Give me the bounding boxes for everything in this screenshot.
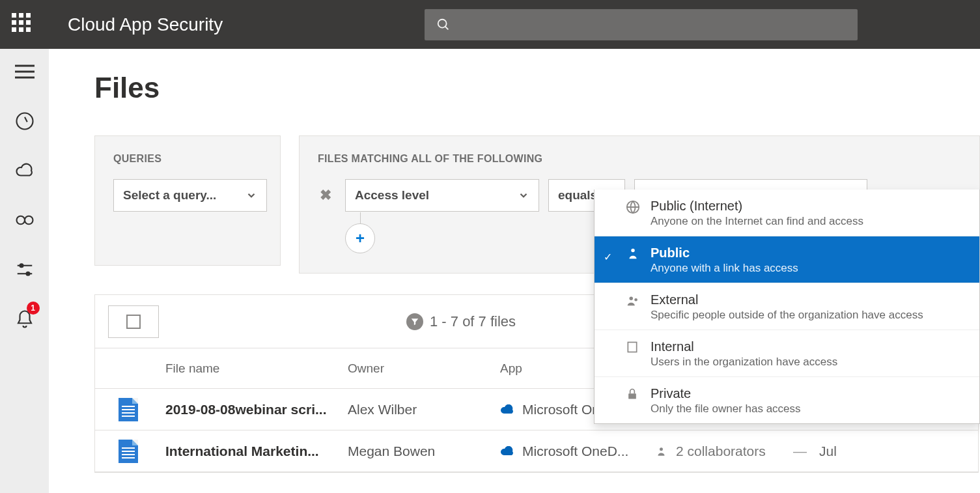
building-icon	[626, 341, 641, 356]
svg-point-9	[20, 264, 23, 267]
option-title: Internal	[651, 339, 837, 354]
document-icon	[119, 440, 138, 463]
header-owner[interactable]: Owner	[348, 361, 500, 376]
svg-point-6	[16, 216, 25, 225]
controls-icon[interactable]	[14, 259, 36, 281]
svg-point-0	[438, 19, 447, 27]
onedrive-icon	[500, 404, 516, 415]
option-desc: Specific people outside of the organizat…	[651, 309, 923, 322]
global-search-input[interactable]	[425, 9, 858, 40]
alert-badge: 1	[27, 302, 40, 315]
option-desc: Only the file owner has access	[651, 402, 801, 416]
select-query-placeholder: Select a query...	[123, 188, 216, 203]
left-nav: 1	[0, 49, 49, 493]
svg-rect-16	[628, 343, 636, 352]
file-owner: Megan Bowen	[348, 444, 500, 459]
svg-point-11	[26, 272, 29, 275]
hamburger-icon[interactable]	[14, 61, 36, 83]
svg-point-7	[25, 216, 33, 225]
alerts-icon[interactable]: 1	[14, 308, 36, 330]
file-collaborators: 2 collaborators	[656, 444, 793, 459]
people-icon	[656, 445, 669, 458]
chevron-down-icon	[245, 190, 257, 201]
svg-point-5	[16, 113, 33, 130]
option-title: External	[651, 292, 923, 307]
svg-rect-26	[628, 393, 636, 399]
matching-label: FILES MATCHING ALL OF THE FOLLOWING	[318, 153, 961, 165]
matching-panel: FILES MATCHING ALL OF THE FOLLOWING ✖ Ac…	[299, 135, 980, 274]
share-icon	[626, 247, 641, 264]
filter-field-dropdown[interactable]: Access level	[345, 179, 539, 212]
select-all-checkbox[interactable]	[108, 305, 159, 338]
option-title: Private	[651, 386, 801, 401]
search-icon	[436, 18, 451, 32]
file-owner: Alex Wilber	[348, 402, 500, 417]
queries-label: QUERIES	[113, 153, 262, 165]
file-count-text: 1 - 7 of 7 files	[430, 313, 516, 330]
svg-point-13	[631, 249, 635, 253]
option-desc: Users in the organization have access	[651, 356, 837, 369]
file-name: International Marketin...	[165, 444, 348, 459]
onedrive-icon	[500, 446, 516, 457]
top-bar: Cloud App Security	[0, 0, 980, 49]
globe-icon	[626, 200, 641, 217]
dash: —	[793, 444, 819, 459]
cloud-icon[interactable]	[14, 160, 36, 182]
svg-point-15	[634, 298, 637, 302]
filter-field-value: Access level	[355, 188, 429, 203]
table-row[interactable]: International Marketin...Megan BowenMicr…	[95, 430, 978, 472]
access-option[interactable]: PrivateOnly the file owner has access	[595, 377, 979, 423]
file-name: 2019-08-08webinar scri...	[165, 402, 348, 417]
svg-line-1	[445, 26, 449, 29]
dashboard-icon[interactable]	[14, 110, 36, 132]
svg-point-14	[630, 297, 634, 301]
file-date: Jul	[819, 444, 837, 459]
document-icon	[119, 398, 138, 421]
investigate-icon[interactable]	[14, 209, 36, 231]
app-title: Cloud App Security	[68, 14, 223, 35]
check-icon: ✓	[604, 251, 612, 263]
header-filename[interactable]: File name	[165, 361, 348, 376]
access-option[interactable]: ExternalSpecific people outside of the o…	[595, 283, 979, 330]
app-launcher-icon[interactable]	[12, 13, 35, 36]
option-title: Public (Internet)	[651, 199, 863, 214]
option-desc: Anyone with a link has access	[651, 262, 798, 275]
add-filter-button[interactable]: +	[345, 223, 375, 253]
access-option[interactable]: Public (Internet)Anyone on the Internet …	[595, 190, 979, 236]
page-title: Files	[94, 72, 980, 104]
option-title: Public	[651, 246, 798, 261]
svg-point-27	[660, 447, 663, 451]
option-desc: Anyone on the Internet can find and acce…	[651, 215, 863, 228]
access-option[interactable]: InternalUsers in the organization have a…	[595, 330, 979, 377]
file-app: Microsoft OneD...	[500, 444, 656, 459]
filter-icon	[406, 313, 423, 330]
queries-panel: QUERIES Select a query...	[94, 135, 281, 266]
people-icon	[626, 294, 641, 311]
select-query-dropdown[interactable]: Select a query...	[113, 179, 267, 212]
remove-filter-icon[interactable]: ✖	[318, 187, 333, 204]
file-count: 1 - 7 of 7 files	[406, 313, 516, 330]
chevron-down-icon	[518, 190, 529, 201]
access-option[interactable]: ✓PublicAnyone with a link has access	[595, 236, 979, 283]
lock-icon	[626, 387, 641, 403]
main-content: Files QUERIES Select a query... FILES MA…	[49, 49, 980, 493]
access-level-options: Public (Internet)Anyone on the Internet …	[594, 190, 980, 424]
filter-operator-value: equals	[558, 188, 597, 203]
